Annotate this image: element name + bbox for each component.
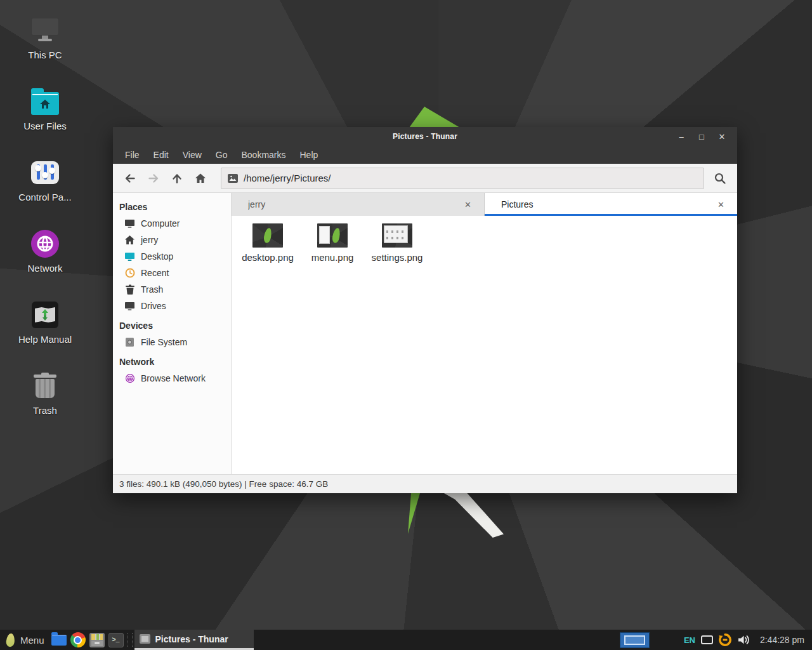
tab-jerry[interactable]: jerry ✕ (232, 193, 485, 216)
trash-icon (124, 284, 135, 295)
network-globe-icon (124, 373, 135, 384)
menu-bookmarks[interactable]: Bookmarks (234, 146, 292, 164)
display-tray-icon[interactable] (701, 635, 713, 644)
desktop-icon-user-files[interactable]: User Files (11, 86, 79, 131)
menu-go[interactable]: Go (209, 146, 235, 164)
toolbar: /home/jerry/Pictures/ (113, 164, 737, 193)
trash-icon (34, 375, 56, 400)
network-globe-icon (31, 230, 59, 258)
workspace-switcher[interactable] (620, 632, 650, 648)
maximize-button[interactable]: □ (694, 129, 709, 144)
clock[interactable]: 2:44:28 pm (760, 635, 804, 645)
sidebar-item-file-system[interactable]: File System (113, 334, 231, 350)
menu-button-label: Menu (20, 635, 44, 646)
launcher-terminal[interactable]: >_ (107, 630, 126, 650)
home-icon (124, 235, 135, 246)
file-menu-png[interactable]: menu.png (300, 223, 365, 263)
sidebar-item-label: Drives (141, 301, 166, 311)
desktop-icon-label: Control Pa... (18, 192, 71, 202)
control-panel-icon (31, 161, 59, 184)
home-icon (194, 172, 207, 185)
file-desktop-png[interactable]: desktop.png (235, 223, 300, 263)
back-button[interactable] (119, 168, 141, 189)
taskbar: Menu >_ Pictures - Thunar EN 2:44:28 pm (0, 630, 812, 650)
desktop-icon-trash[interactable]: Trash (11, 371, 79, 416)
image-thumbnail (252, 223, 283, 248)
close-button[interactable]: ✕ (714, 129, 730, 144)
launcher-file-manager[interactable] (49, 630, 69, 650)
sidebar: Places Computer jerry Desktop Recent Tra… (113, 193, 232, 474)
chrome-icon (70, 632, 86, 647)
up-arrow-icon (171, 172, 183, 185)
forward-button[interactable] (143, 168, 164, 189)
sidebar-item-label: Desktop (141, 251, 173, 262)
home-folder-icon (31, 92, 59, 115)
hard-disk-icon (124, 337, 135, 348)
tab-bar: jerry ✕ Pictures ✕ (232, 193, 737, 216)
task-button-thunar[interactable]: Pictures - Thunar (134, 630, 254, 650)
update-manager-tray-icon[interactable] (718, 633, 732, 647)
sidebar-header-devices: Devices (113, 318, 231, 334)
sidebar-item-drives[interactable]: Drives (113, 298, 231, 314)
recent-clock-icon (124, 268, 135, 279)
desktop-monitor-icon (124, 251, 135, 262)
sidebar-item-jerry[interactable]: jerry (113, 232, 231, 248)
sidebar-item-label: Trash (141, 284, 163, 295)
desktop-icon-network[interactable]: Network (11, 229, 79, 274)
search-button[interactable] (708, 166, 732, 190)
tab-label: jerry (248, 199, 461, 209)
image-thumbnail (382, 223, 412, 248)
menu-help[interactable]: Help (293, 146, 325, 164)
desktop-icon-help-manual[interactable]: Help Manual (11, 300, 79, 345)
desktop-icon-control-panel[interactable]: Control Pa... (11, 157, 79, 202)
file-name: desktop.png (242, 252, 294, 263)
home-button[interactable] (190, 168, 211, 189)
file-settings-png[interactable]: settings.png (365, 223, 429, 263)
up-button[interactable] (166, 168, 188, 189)
globe-glyph-icon (36, 234, 55, 253)
desktop-icon-label: Network (27, 263, 62, 274)
launcher-archive[interactable] (88, 630, 107, 650)
tab-pictures[interactable]: Pictures ✕ (485, 193, 737, 216)
desktop-icon-this-pc[interactable]: This PC (11, 15, 79, 60)
title-bar[interactable]: Pictures - Thunar – □ ✕ (113, 127, 737, 146)
file-list[interactable]: desktop.png menu.png settings.png (232, 216, 737, 474)
computer-icon (124, 218, 135, 229)
keyboard-layout-indicator[interactable]: EN (684, 635, 695, 645)
sidebar-item-label: Recent (141, 268, 169, 278)
speaker-icon (737, 634, 750, 646)
desktop-icon-column: This PC User Files Control Pa... Network… (11, 15, 79, 442)
path-bar[interactable]: /home/jerry/Pictures/ (221, 168, 704, 189)
sidebar-item-computer[interactable]: Computer (113, 215, 231, 232)
thunar-window-icon (140, 634, 150, 644)
path-text: /home/jerry/Pictures/ (244, 173, 331, 183)
image-thumbnail (317, 223, 348, 248)
computer-icon (31, 18, 59, 43)
workspace-window-outline (624, 635, 645, 645)
sidebar-item-browse-network[interactable]: Browse Network (113, 370, 231, 387)
volume-tray-icon[interactable] (737, 634, 750, 646)
system-tray: EN 2:44:28 pm (620, 632, 808, 648)
home-glyph-icon (40, 100, 50, 109)
menu-edit[interactable]: Edit (147, 146, 176, 164)
sidebar-item-recent[interactable]: Recent (113, 265, 231, 281)
launcher-chrome[interactable] (69, 630, 88, 650)
blue-folder-icon (51, 635, 67, 646)
tab-close-icon[interactable]: ✕ (714, 199, 728, 211)
tab-close-icon[interactable]: ✕ (461, 199, 475, 211)
menu-file[interactable]: File (118, 146, 147, 164)
menu-button[interactable]: Menu (5, 630, 49, 650)
status-text: 3 files: 490.1 kB (490,050 bytes) | Free… (119, 479, 328, 489)
image-file-icon (228, 174, 238, 183)
menu-view[interactable]: View (176, 146, 209, 164)
refresh-orange-icon (718, 633, 732, 647)
tab-label: Pictures (501, 199, 714, 209)
search-icon (713, 171, 727, 185)
sidebar-item-label: Browse Network (141, 373, 206, 383)
minimize-button[interactable]: – (674, 129, 689, 144)
thunar-window: Pictures - Thunar – □ ✕ File Edit View G… (113, 127, 737, 493)
sidebar-item-desktop[interactable]: Desktop (113, 248, 231, 265)
sidebar-item-label: File System (141, 337, 187, 347)
sidebar-item-label: jerry (141, 235, 158, 245)
sidebar-item-trash[interactable]: Trash (113, 281, 231, 298)
